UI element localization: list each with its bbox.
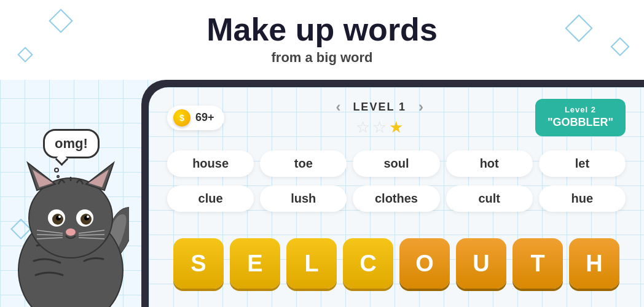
bubble-dot-2 <box>57 175 60 178</box>
word-toe[interactable]: toe <box>260 150 347 177</box>
game-header: $ 69+ ‹ LEVEL 1 › ☆ ☆ ★ Level 2 "GOB <box>149 87 644 144</box>
svg-line-20 <box>37 235 63 235</box>
letters-row: S E L C O U T H <box>167 238 626 289</box>
word-cult[interactable]: cult <box>446 185 533 212</box>
tile-S[interactable]: S <box>173 238 224 289</box>
level2-badge[interactable]: Level 2 "GOBBLER" <box>535 99 626 136</box>
coins-badge: $ 69+ <box>167 106 224 130</box>
level-title: LEVEL 1 <box>353 101 406 114</box>
nav-left-arrow[interactable]: ‹ <box>336 98 340 115</box>
main-title: Make up words <box>0 12 644 47</box>
title-section: Make up words from a big word <box>0 12 644 66</box>
level2-word: "GOBBLER" <box>548 115 613 130</box>
nav-right-arrow[interactable]: › <box>418 98 423 115</box>
sub-title: from a big word <box>0 50 644 66</box>
stars-row: ☆ ☆ ★ <box>356 118 403 137</box>
star-1: ☆ <box>356 118 370 137</box>
word-clue[interactable]: clue <box>167 185 254 212</box>
level-center: ‹ LEVEL 1 › ☆ ☆ ★ <box>336 98 423 137</box>
star-3: ★ <box>389 118 403 137</box>
tile-E[interactable]: E <box>230 238 280 289</box>
word-lush[interactable]: lush <box>260 185 347 212</box>
word-soul[interactable]: soul <box>353 150 439 177</box>
coin-icon: $ <box>173 109 190 126</box>
speech-bubble: omg! <box>43 129 100 158</box>
game-inner: $ 69+ ‹ LEVEL 1 › ☆ ☆ ★ Level 2 "GOB <box>149 87 644 307</box>
game-container: $ 69+ ‹ LEVEL 1 › ☆ ☆ ★ Level 2 "GOB <box>141 80 644 307</box>
word-let[interactable]: let <box>539 150 626 177</box>
bubble-dots <box>54 168 60 178</box>
tile-C[interactable]: C <box>343 238 393 289</box>
star-2: ☆ <box>372 118 387 137</box>
word-house[interactable]: house <box>167 150 254 177</box>
tile-U[interactable]: U <box>456 238 506 289</box>
tile-L[interactable]: L <box>286 238 337 289</box>
svg-point-5 <box>29 178 112 258</box>
words-grid: house toe soul hot let clue lush clothes <box>149 144 644 224</box>
tile-O[interactable]: O <box>399 238 450 289</box>
svg-point-18 <box>66 228 76 236</box>
cat-container: omg! <box>0 80 147 307</box>
level-nav: ‹ LEVEL 1 › <box>336 98 423 115</box>
svg-line-23 <box>79 235 104 235</box>
svg-point-17 <box>87 216 89 218</box>
coins-text: 69+ <box>195 111 214 124</box>
bubble-dot-1 <box>54 168 59 173</box>
word-hot[interactable]: hot <box>446 150 533 177</box>
word-hue[interactable]: hue <box>539 185 626 212</box>
level2-label: Level 2 <box>548 105 613 115</box>
word-clothes[interactable]: clothes <box>353 185 439 212</box>
svg-point-16 <box>58 216 61 218</box>
tile-H[interactable]: H <box>569 238 619 289</box>
tile-T[interactable]: T <box>512 238 563 289</box>
